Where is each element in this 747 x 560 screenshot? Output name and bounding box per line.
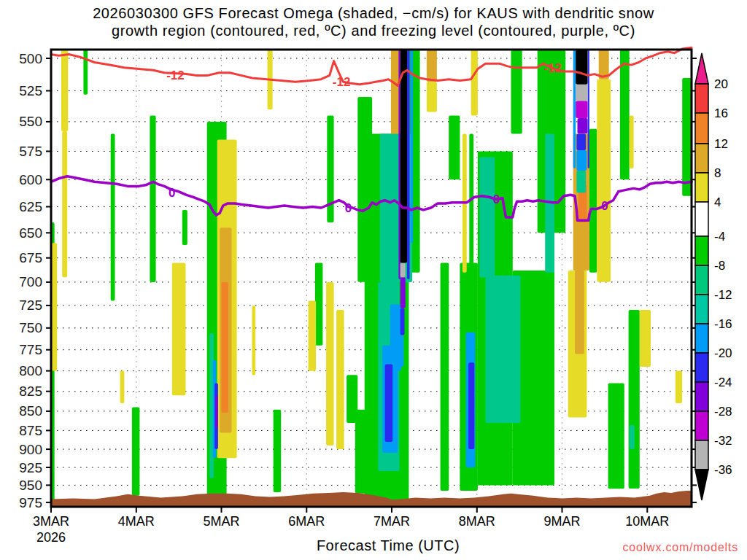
colorbar-label: 20 xyxy=(714,77,728,91)
contour-label-red: -12 xyxy=(166,69,185,82)
colorbar-label: -16 xyxy=(714,317,732,331)
omega-cross-section-page: 2026030300 GFS Forecast Omega (shaded, −… xyxy=(0,0,747,560)
contour-label-purple: 0 xyxy=(493,192,500,206)
colorbar: 20161284-4-8-12-16-20-24-28-32-36 xyxy=(695,53,732,500)
contour-label-red: -12 xyxy=(333,75,351,89)
svg-text:7MAR: 7MAR xyxy=(374,514,410,529)
svg-text:4MAR: 4MAR xyxy=(118,514,155,529)
colorbar-label: -32 xyxy=(714,434,732,448)
svg-text:10MAR: 10MAR xyxy=(625,514,669,529)
svg-text:750: 750 xyxy=(19,320,42,335)
svg-text:925: 925 xyxy=(19,460,42,475)
watermark-link[interactable]: coolwx.com/modelts xyxy=(623,541,738,554)
svg-text:850: 850 xyxy=(19,403,42,419)
svg-text:975: 975 xyxy=(19,495,42,510)
svg-text:650: 650 xyxy=(19,225,42,241)
dendritic-contour-red xyxy=(51,47,692,85)
svg-text:625: 625 xyxy=(19,199,42,214)
omega-shading-bands xyxy=(51,50,692,507)
svg-text:575: 575 xyxy=(19,144,42,159)
chart-svg: -12-12-120000500525550575600625650675700… xyxy=(0,0,747,560)
colorbar-label: -20 xyxy=(714,346,732,360)
colorbar-label: 12 xyxy=(714,137,728,151)
contour-label-red: -12 xyxy=(543,61,562,75)
colorbar-label: -36 xyxy=(714,463,732,477)
colorbar-label: -4 xyxy=(714,230,725,244)
svg-text:775: 775 xyxy=(19,342,42,357)
svg-text:8MAR: 8MAR xyxy=(459,514,495,529)
contour-label-purple: 0 xyxy=(345,201,352,215)
x-axis-title: Forecast Time (UTC) xyxy=(264,537,512,554)
svg-text:700: 700 xyxy=(19,274,42,289)
colorbar-label: -8 xyxy=(714,259,725,273)
colorbar-label: 16 xyxy=(714,106,728,120)
colorbar-label: 4 xyxy=(714,195,721,209)
colorbar-label: 8 xyxy=(714,166,721,180)
colorbar-label: -12 xyxy=(714,288,732,302)
svg-text:875: 875 xyxy=(19,423,42,438)
svg-text:825: 825 xyxy=(19,384,42,399)
contour-label-purple: 0 xyxy=(601,199,608,213)
svg-text:6MAR: 6MAR xyxy=(288,514,325,529)
svg-text:3MAR: 3MAR xyxy=(33,514,69,529)
svg-text:800: 800 xyxy=(19,363,42,378)
svg-text:950: 950 xyxy=(19,478,42,493)
colorbar-label: -28 xyxy=(714,405,732,419)
svg-text:550: 550 xyxy=(19,114,42,129)
svg-text:725: 725 xyxy=(19,298,42,313)
colorbar-label: -24 xyxy=(714,376,732,389)
svg-text:500: 500 xyxy=(19,51,42,66)
svg-text:675: 675 xyxy=(19,250,42,265)
svg-text:600: 600 xyxy=(19,172,42,187)
y-tick-labels: 5005255505756006256506757007257507758008… xyxy=(19,51,42,510)
svg-text:5MAR: 5MAR xyxy=(203,514,239,529)
year-label: 2026 xyxy=(36,530,66,545)
svg-text:9MAR: 9MAR xyxy=(543,514,580,529)
svg-text:525: 525 xyxy=(19,83,42,98)
contour-label-purple: 0 xyxy=(169,186,175,200)
svg-text:900: 900 xyxy=(19,442,42,457)
